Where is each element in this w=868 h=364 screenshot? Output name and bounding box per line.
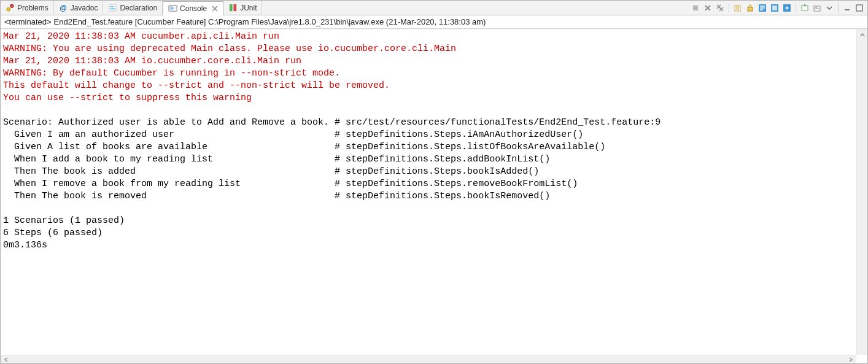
console-area: Mar 21, 2020 11:38:03 AM cucumber.api.cl…: [1, 29, 867, 363]
scroll-right-icon[interactable]: [845, 355, 856, 363]
toolbar-separator: [796, 3, 796, 13]
javadoc-at-icon: @: [59, 3, 68, 12]
scroll-left-icon[interactable]: [1, 355, 12, 363]
view-tabbar: Problems @ Javadoc Declaration Console: [1, 1, 867, 15]
tab-label: Javadoc: [71, 4, 98, 12]
tab-label: Problems: [17, 4, 48, 12]
svg-rect-4: [110, 8, 115, 9]
svg-point-18: [786, 6, 789, 9]
horizontal-scrollbar[interactable]: [1, 355, 856, 363]
tab-label: Declaration: [120, 4, 157, 12]
remove-all-terminated-button[interactable]: [715, 2, 726, 14]
tab-label: JUnit: [240, 4, 257, 12]
tab-junit[interactable]: JUnit: [223, 1, 262, 15]
toolbar-separator: [838, 3, 839, 13]
minimize-view-button[interactable]: [842, 2, 853, 14]
tab-problems[interactable]: Problems: [1, 1, 54, 15]
open-console-button[interactable]: [812, 2, 823, 14]
scrollbar-track[interactable]: [12, 355, 845, 363]
svg-point-0: [7, 8, 10, 12]
console-toolbar: [688, 1, 867, 15]
junit-icon: [228, 3, 238, 12]
svg-rect-21: [845, 9, 850, 10]
process-status-bar: <terminated> End2End_Test.feature [Cucum…: [1, 15, 867, 29]
tab-label: Console: [180, 4, 207, 13]
svg-rect-22: [856, 5, 862, 11]
svg-rect-13: [748, 7, 753, 11]
terminated-label: <terminated>: [4, 17, 52, 26]
svg-rect-8: [170, 9, 174, 9]
tab-declaration[interactable]: Declaration: [103, 1, 163, 15]
declaration-icon: [108, 3, 117, 12]
svg-rect-3: [110, 6, 114, 7]
svg-rect-11: [693, 6, 698, 10]
process-label: End2End_Test.feature [Cucumber Feature] …: [54, 17, 486, 26]
vertical-scrollbar[interactable]: [856, 29, 867, 355]
svg-rect-2: [109, 4, 116, 11]
dropdown-icon[interactable]: [824, 2, 835, 14]
remove-launch-button[interactable]: [702, 2, 713, 14]
console-output[interactable]: Mar 21, 2020 11:38:03 AM cucumber.api.cl…: [1, 29, 856, 355]
svg-rect-7: [170, 8, 175, 9]
maximize-view-button[interactable]: [854, 2, 865, 14]
console-view-pane: Problems @ Javadoc Declaration Console: [0, 0, 868, 364]
tab-javadoc[interactable]: @ Javadoc: [54, 1, 104, 15]
terminate-button[interactable]: [690, 2, 701, 14]
svg-point-1: [10, 4, 14, 8]
word-wrap-button[interactable]: [757, 2, 768, 14]
close-icon[interactable]: [212, 6, 218, 12]
show-console-button[interactable]: [769, 2, 780, 14]
svg-rect-10: [234, 4, 237, 11]
scroll-lock-button[interactable]: [745, 2, 756, 14]
console-icon: [168, 4, 177, 13]
svg-rect-6: [170, 7, 173, 7]
pin-console-button[interactable]: [781, 2, 792, 14]
problems-icon: [6, 3, 15, 12]
clear-console-button[interactable]: [732, 2, 743, 14]
svg-rect-9: [230, 4, 233, 11]
display-selected-console-button[interactable]: [799, 2, 810, 14]
scroll-up-icon[interactable]: [857, 29, 867, 41]
svg-rect-16: [772, 6, 777, 10]
tab-console[interactable]: Console: [163, 1, 223, 16]
toolbar-separator: [729, 3, 729, 13]
